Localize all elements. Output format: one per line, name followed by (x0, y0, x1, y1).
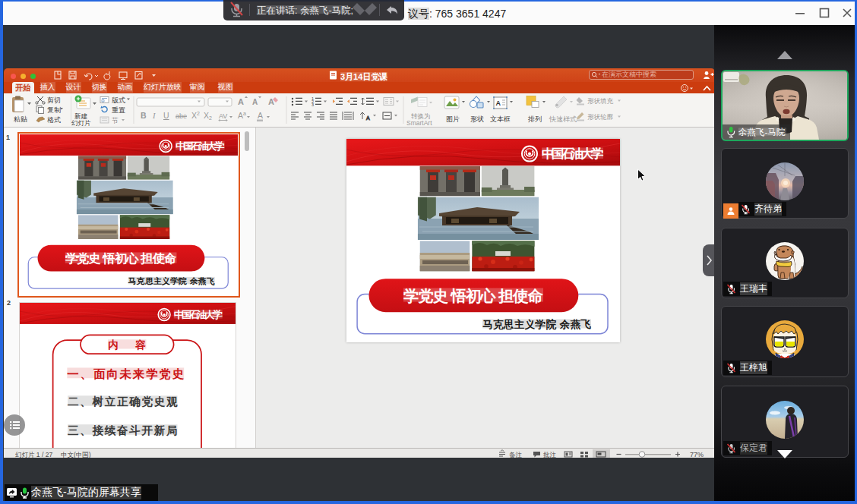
svg-text:正在讲话: 余燕飞-马院;: 正在讲话: 余燕飞-马院; (257, 5, 353, 16)
svg-text:A: A (238, 97, 244, 106)
svg-text:排列: 排列 (527, 115, 542, 123)
svg-text:A: A (258, 111, 263, 120)
svg-text:中文(中国): 中文(中国) (61, 451, 91, 458)
svg-text:余燕飞-马院: 余燕飞-马院 (738, 128, 786, 137)
svg-text:A: A (268, 97, 274, 106)
svg-text:批注: 批注 (542, 451, 557, 458)
svg-text:复制: 复制 (47, 106, 61, 114)
svg-text:3: 3 (311, 102, 314, 107)
svg-text:形状: 形状 (470, 115, 484, 123)
svg-text:幻灯片: 幻灯片 (71, 119, 91, 127)
svg-text:I: I (152, 112, 156, 120)
svg-text:SmartArt: SmartArt (406, 119, 432, 127)
svg-text:形状填充: 形状填充 (587, 97, 614, 105)
svg-text:A: A (238, 111, 243, 120)
svg-text:幻灯片 1 / 27: 幻灯片 1 / 27 (15, 451, 52, 458)
svg-text:格式: 格式 (47, 116, 61, 124)
svg-text:剪切: 剪切 (47, 96, 61, 104)
svg-text:A: A (496, 99, 501, 107)
svg-text:U: U (163, 111, 169, 120)
svg-text:B: B (141, 111, 147, 120)
svg-text:版式: 版式 (112, 96, 125, 104)
svg-text:A: A (366, 115, 370, 121)
svg-text:A: A (252, 98, 258, 106)
svg-text:节: 节 (112, 117, 119, 124)
svg-text:a: a (243, 111, 246, 116)
svg-text:文本框: 文本框 (490, 115, 511, 123)
svg-text:abe: abe (176, 112, 187, 120)
svg-text:2: 2 (209, 115, 212, 121)
svg-text:重置: 重置 (112, 106, 125, 114)
svg-text:粘贴: 粘贴 (14, 115, 27, 123)
svg-text:77%: 77% (690, 451, 704, 458)
svg-text:备注: 备注 (509, 451, 523, 458)
svg-text:形状轮廓: 形状轮廓 (587, 113, 614, 121)
svg-text:AV: AV (219, 112, 227, 120)
svg-text:X: X (204, 111, 209, 120)
svg-text:图片: 图片 (446, 115, 460, 123)
svg-text:X: X (191, 111, 197, 120)
svg-text:转换为: 转换为 (411, 112, 431, 120)
svg-text:2: 2 (197, 111, 200, 116)
svg-text:快速样式: 快速样式 (549, 115, 577, 123)
